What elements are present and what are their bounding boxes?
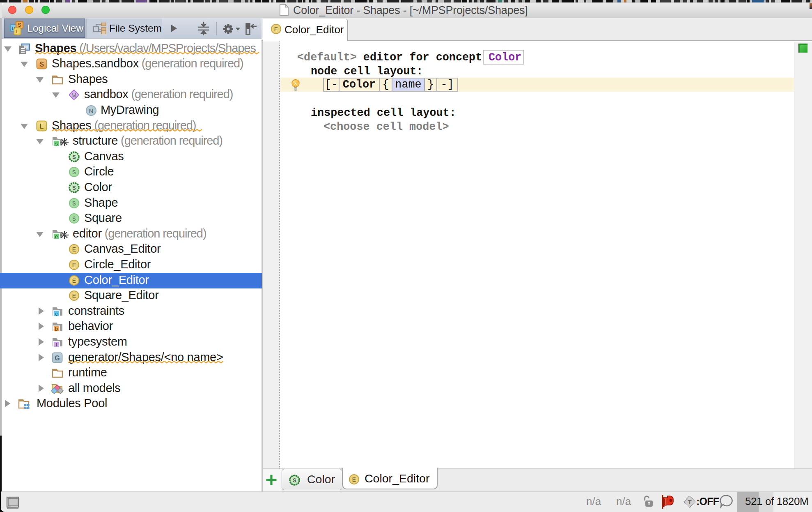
svg-text:E: E [72,262,76,268]
svg-text:s: s [55,141,57,147]
svg-text:L: L [16,29,19,35]
svg-text:E: E [352,476,356,483]
svg-text:E: E [274,26,278,32]
svg-text:S: S [72,154,76,161]
svg-text:G: G [55,354,60,361]
svg-text:S: S [72,169,76,176]
svg-text:t: t [56,341,57,347]
svg-text:S: S [72,185,76,191]
svg-text:T: T [688,498,691,505]
svg-text:b: b [55,326,58,332]
svg-text:E: E [72,277,76,284]
svg-text:e: e [55,233,58,239]
svg-text:S: S [293,477,296,484]
svg-text:N: N [89,107,94,114]
svg-text:S: S [39,61,44,68]
svg-text:S: S [72,201,76,207]
svg-text:S: S [72,216,76,222]
svg-text:L: L [40,122,44,129]
svg-text:M: M [71,92,77,99]
svg-text:c: c [55,311,57,316]
svg-text:S: S [18,22,21,28]
svg-text:E: E [72,293,76,299]
svg-text:E: E [72,246,76,253]
